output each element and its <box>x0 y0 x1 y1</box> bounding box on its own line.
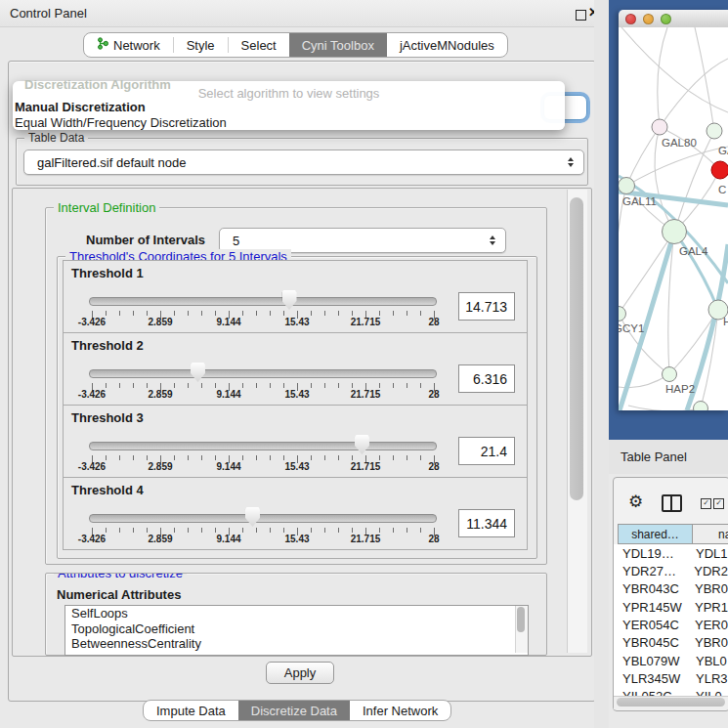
vertical-scrollbar-thumb[interactable] <box>570 197 583 500</box>
threshold-value-field[interactable] <box>458 509 515 537</box>
cell-shared-name: YIL052C <box>614 689 687 696</box>
table-data-combobox[interactable]: galFiltered.sif default node <box>23 150 584 175</box>
bottom-tab-infer-network[interactable]: Infer Network <box>350 701 450 720</box>
table-row[interactable]: YDR27…YDR2 <box>614 562 728 579</box>
panel-divider[interactable] <box>594 0 609 728</box>
tab-select[interactable]: Select <box>229 33 289 57</box>
slider-tick <box>407 311 407 316</box>
list-item[interactable]: SelfLoops <box>65 606 528 621</box>
slider-tick <box>242 455 243 460</box>
slider-tick <box>242 383 243 388</box>
tab-style[interactable]: Style <box>174 33 228 57</box>
slider-tick-label: 2.859 <box>148 389 172 400</box>
table-row[interactable]: YIL052CYIL0 <box>614 688 728 696</box>
slider-tick <box>393 528 394 533</box>
threshold-label: Threshold 3 <box>71 410 144 425</box>
tab-cyni-toolbox[interactable]: Cyni Toolbox <box>289 33 387 57</box>
table-row[interactable]: YBL079WYBL0 <box>614 652 728 669</box>
list-scrollbar-thumb[interactable] <box>517 607 525 632</box>
slider-tick <box>270 311 271 316</box>
dropdown-option-manual-discretization[interactable]: Manual Discretization <box>15 100 146 114</box>
column-header-name[interactable]: na <box>693 524 728 544</box>
slider-tick-label: 21.715 <box>351 317 381 327</box>
slider-tick-label: 28 <box>428 534 439 544</box>
minimize-traffic-light[interactable] <box>643 14 654 24</box>
slider-tick <box>119 383 120 388</box>
network-node-GAL80[interactable] <box>652 119 667 135</box>
slider-tick <box>133 528 134 533</box>
network-node-label: C <box>718 184 726 195</box>
dropdown-option-equal-width-frequency[interactable]: Equal Width/Frequency Discretization <box>15 115 227 130</box>
table-row[interactable]: YDL19…YDL1 <box>614 544 728 562</box>
bottom-tab-impute-data[interactable]: Impute Data <box>144 701 238 720</box>
slider-tick <box>352 383 353 388</box>
tab-label: Style <box>187 38 215 53</box>
network-node-label: GA <box>718 145 728 156</box>
network-node-GAL4[interactable] <box>663 220 687 244</box>
slider-tick-label: 21.715 <box>351 534 381 544</box>
slider-track[interactable] <box>89 369 437 378</box>
slider-thumb[interactable] <box>191 363 205 382</box>
slider-thumb[interactable] <box>282 290 297 310</box>
column-layout-icon[interactable] <box>662 494 682 512</box>
network-edge <box>619 232 674 314</box>
threshold-value-field[interactable] <box>458 364 515 393</box>
threshold-value-field[interactable] <box>458 437 515 465</box>
slider-thumb[interactable] <box>355 435 369 454</box>
table-row[interactable]: YBR043CYBR0 <box>614 580 728 598</box>
network-node-HAP2[interactable] <box>663 367 677 382</box>
slider-tick <box>352 455 353 460</box>
network-node-GCY1[interactable] <box>619 307 626 321</box>
slider-track[interactable] <box>89 297 437 306</box>
checkbox-icon[interactable]: ✓ <box>713 498 724 509</box>
panel-title: Control Panel <box>10 6 87 21</box>
cell-name: YDL1 <box>687 546 728 561</box>
slider-tick <box>324 455 325 460</box>
table-row[interactable]: YPR145WYPR1 <box>614 598 728 616</box>
table-row[interactable]: YBR045CYBR0 <box>614 634 728 652</box>
slider-tick <box>420 528 421 533</box>
numerical-attributes-list[interactable]: SelfLoopsTopologicalCoefficientBetweenne… <box>64 605 529 656</box>
threshold-label: Threshold 2 <box>71 338 144 353</box>
slider-tick <box>188 455 189 460</box>
close-traffic-light[interactable] <box>625 14 636 24</box>
slider-tick <box>311 528 312 533</box>
tab-jactivemnodules[interactable]: jActiveMNodules <box>387 33 507 57</box>
network-node-GA[interactable] <box>707 123 722 139</box>
network-node-N9[interactable] <box>694 402 708 411</box>
horizontal-scrollbar-thumb[interactable] <box>617 698 725 707</box>
cell-shared-name: YBR045C <box>614 635 686 650</box>
threshold-value-field[interactable] <box>458 292 515 321</box>
table-rows: YDL19…YDL1YDR27…YDR2YBR043CYBR0YPR145WYP… <box>614 544 728 696</box>
zoom-traffic-light[interactable] <box>661 14 671 24</box>
gear-icon[interactable]: ⚙ <box>628 492 643 512</box>
slider-tick <box>393 455 394 460</box>
slider-thumb[interactable] <box>245 507 260 527</box>
slider-tick <box>188 528 189 533</box>
slider-track[interactable] <box>89 514 437 523</box>
list-item[interactable]: TopologicalCoefficient <box>65 621 528 637</box>
slider-track[interactable] <box>89 442 437 450</box>
slider-tick-label: -3.426 <box>78 461 106 472</box>
table-row[interactable]: YLR345WYLR3 <box>614 669 728 687</box>
bottom-tab-discretize-data[interactable]: Discretize Data <box>238 701 350 720</box>
list-item[interactable]: BetweennessCentrality <box>65 636 528 652</box>
table-row[interactable]: YER054CYER0 <box>614 616 728 633</box>
checkbox-icon[interactable]: ✓ <box>701 498 711 509</box>
slider-tick <box>324 528 325 533</box>
network-canvas[interactable]: GAL80GACGAL11GAL4GCY1HHAP2 <box>619 27 728 410</box>
cell-name: YLR3 <box>687 671 728 686</box>
slider-tick <box>106 311 107 316</box>
bottom-tab-bar: Impute DataDiscretize DataInfer Network <box>143 700 451 721</box>
slider-tick <box>133 383 134 388</box>
tab-network[interactable]: Network <box>84 33 173 57</box>
network-window-titlebar[interactable] <box>619 10 728 28</box>
float-window-icon[interactable] <box>576 10 586 21</box>
column-header-shared-name[interactable]: shared… <box>618 524 693 544</box>
slider-tick-label: -3.426 <box>78 317 106 327</box>
slider-tick <box>147 528 148 533</box>
network-node-RED[interactable] <box>711 161 728 179</box>
network-node-GAL11[interactable] <box>619 178 635 194</box>
apply-button[interactable]: Apply <box>266 662 334 684</box>
slider-tick <box>174 311 175 316</box>
